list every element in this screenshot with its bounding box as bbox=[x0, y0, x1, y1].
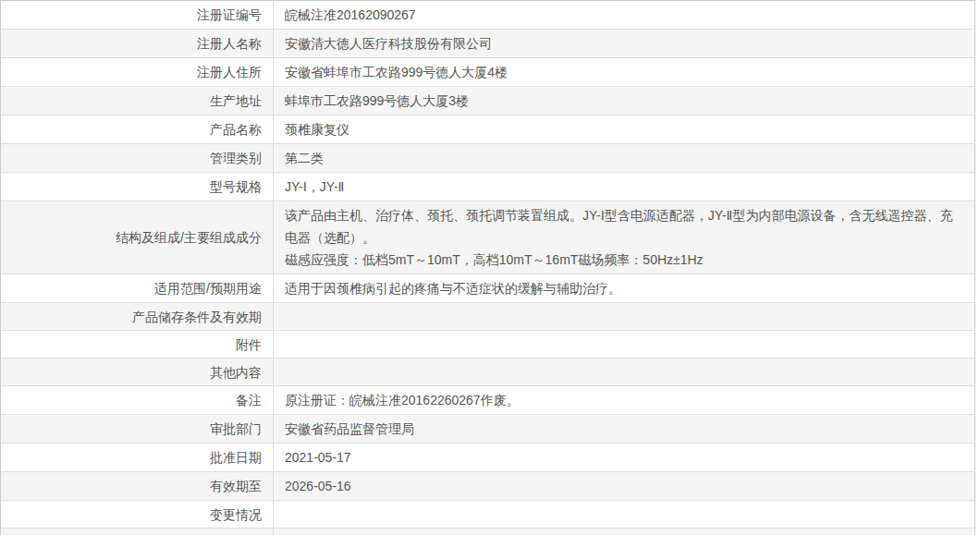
table-row: 批准日期 2021-05-17 bbox=[1, 444, 974, 472]
row-label: 批准日期 bbox=[210, 448, 262, 467]
row-label-cell: 注册人名称 bbox=[1, 30, 274, 57]
row-label-cell: 注册人住所 bbox=[1, 58, 274, 86]
row-label-cell: 其他内容 bbox=[1, 359, 274, 385]
row-label-cell: 备注 bbox=[1, 386, 274, 414]
row-label: 注册人住所 bbox=[197, 63, 262, 81]
row-value-cell: 详情 bbox=[274, 529, 974, 535]
row-value-cell: 安徽省蚌埠市工农路999号德人大厦4楼 bbox=[274, 58, 974, 86]
row-label: 备注 bbox=[236, 391, 262, 409]
row-label: 型号规格 bbox=[210, 177, 262, 196]
row-value: 安徽清大德人医疗科技股份有限公司 bbox=[285, 32, 492, 55]
table-row: 注册证编号 皖械注准20162090267 bbox=[1, 1, 974, 30]
row-value: 2026-05-16 bbox=[285, 475, 351, 497]
row-value-cell: 该产品由主机、治疗体、颈托、颈托调节装置组成。JY-Ⅰ型含电源适配器，JY-Ⅱ型… bbox=[274, 201, 974, 274]
row-value-cell: 2021-05-17 bbox=[274, 444, 974, 471]
row-value-cell: JY-Ⅰ，JY-Ⅱ bbox=[274, 173, 974, 201]
table-row: 生产地址 蚌埠市工农路999号德人大厦3楼 bbox=[1, 87, 974, 116]
row-label: 结构及组成/主要组成成分 bbox=[116, 228, 262, 247]
table-row: 注册人住所 安徽省蚌埠市工农路999号德人大厦4楼 bbox=[1, 58, 974, 87]
row-label-cell: 变更情况 bbox=[1, 501, 274, 528]
row-value-cell: 蚌埠市工农路999号德人大厦3楼 bbox=[274, 87, 974, 115]
table-row: 管理类别 第二类 bbox=[1, 144, 974, 173]
table-row: 有效期至 2026-05-16 bbox=[1, 472, 974, 501]
row-value-cell: 皖械注准20162090267 bbox=[274, 1, 974, 29]
row-label: 审批部门 bbox=[210, 419, 262, 438]
row-value: 2021-05-17 bbox=[285, 446, 351, 468]
row-value-cell: 适用于因颈椎病引起的疼痛与不适症状的缓解与辅助治疗。 bbox=[274, 274, 974, 302]
row-label: 管理类别 bbox=[210, 149, 262, 167]
row-label-cell: 批准日期 bbox=[1, 444, 274, 471]
row-value-cell bbox=[274, 501, 974, 528]
row-label: 产品储存条件及有效期 bbox=[132, 308, 262, 326]
row-value: 第二类 bbox=[285, 147, 324, 169]
table-row: 备注 原注册证：皖械注准20162260267作废。 bbox=[1, 386, 974, 415]
row-label: 产品名称 bbox=[210, 120, 262, 139]
row-label: 有效期至 bbox=[210, 477, 262, 495]
row-label: 生产地址 bbox=[210, 91, 262, 110]
row-value-cell: 安徽省药品监督管理局 bbox=[274, 415, 974, 443]
row-label-cell: 适用范围/预期用途 bbox=[1, 274, 274, 302]
row-value-cell bbox=[274, 359, 974, 385]
table-row: 变更情况 bbox=[1, 501, 974, 529]
table-row: 附件 bbox=[1, 331, 974, 359]
row-value: 安徽省药品监督管理局 bbox=[285, 418, 414, 440]
row-value-cell: 2026-05-16 bbox=[274, 472, 974, 500]
table-row: 产品储存条件及有效期 bbox=[1, 303, 974, 331]
row-label-cell: 有效期至 bbox=[1, 472, 274, 500]
table-row: 审批部门 安徽省药品监督管理局 bbox=[1, 415, 974, 444]
row-value-cell: 第二类 bbox=[274, 144, 974, 172]
row-value: 颈椎康复仪 bbox=[285, 118, 349, 140]
row-value: 原注册证：皖械注准20162260267作废。 bbox=[285, 389, 520, 411]
table-row: 注 详情 bbox=[1, 529, 974, 535]
row-value-cell: 安徽清大德人医疗科技股份有限公司 bbox=[274, 30, 974, 57]
row-value: 安徽省蚌埠市工农路999号德人大厦4楼 bbox=[285, 61, 508, 83]
row-label: 适用范围/预期用途 bbox=[154, 279, 262, 298]
row-label-cell: 管理类别 bbox=[1, 144, 274, 172]
row-value: 适用于因颈椎病引起的疼痛与不适症状的缓解与辅助治疗。 bbox=[285, 277, 621, 299]
table-row: 其他内容 bbox=[1, 359, 974, 386]
table-row: 型号规格 JY-Ⅰ，JY-Ⅱ bbox=[1, 173, 974, 201]
row-value-cell bbox=[274, 331, 974, 358]
row-label-cell: 生产地址 bbox=[1, 87, 274, 115]
table-row: 结构及组成/主要组成成分 该产品由主机、治疗体、颈托、颈托调节装置组成。JY-Ⅰ… bbox=[1, 201, 974, 274]
row-label-cell: 注册证编号 bbox=[1, 1, 274, 29]
row-value-cell bbox=[274, 303, 974, 330]
table-row: 产品名称 颈椎康复仪 bbox=[1, 116, 974, 144]
row-label: 变更情况 bbox=[210, 505, 262, 524]
row-label-cell: 型号规格 bbox=[1, 173, 274, 201]
row-label: 其他内容 bbox=[210, 363, 262, 382]
table-row: 适用范围/预期用途 适用于因颈椎病引起的疼痛与不适症状的缓解与辅助治疗。 bbox=[1, 274, 974, 303]
row-value: JY-Ⅰ，JY-Ⅱ bbox=[285, 176, 344, 198]
row-label-cell: 附件 bbox=[1, 331, 274, 358]
registration-info-table: 注册证编号 皖械注准20162090267 注册人名称 安徽清大德人医疗科技股份… bbox=[0, 0, 975, 535]
row-label-cell: 产品名称 bbox=[1, 116, 274, 143]
row-value: 蚌埠市工农路999号德人大厦3楼 bbox=[285, 90, 469, 112]
details-link[interactable]: 详情 bbox=[285, 531, 311, 535]
row-value: 皖械注准20162090267 bbox=[285, 4, 416, 26]
row-label-cell: 产品储存条件及有效期 bbox=[1, 303, 274, 330]
row-value-cell: 原注册证：皖械注准20162260267作废。 bbox=[274, 386, 974, 414]
table-row: 注册人名称 安徽清大德人医疗科技股份有限公司 bbox=[1, 30, 974, 58]
row-label: 注册证编号 bbox=[197, 6, 262, 24]
row-value-cell: 颈椎康复仪 bbox=[274, 116, 974, 143]
row-label-cell: 审批部门 bbox=[1, 415, 274, 443]
row-value: 该产品由主机、治疗体、颈托、颈托调节装置组成。JY-Ⅰ型含电源适配器，JY-Ⅱ型… bbox=[285, 204, 965, 271]
row-label: 注册人名称 bbox=[197, 34, 262, 53]
row-label: 附件 bbox=[236, 335, 262, 354]
row-label-cell: 注 bbox=[1, 529, 274, 535]
row-label-cell: 结构及组成/主要组成成分 bbox=[1, 201, 274, 274]
